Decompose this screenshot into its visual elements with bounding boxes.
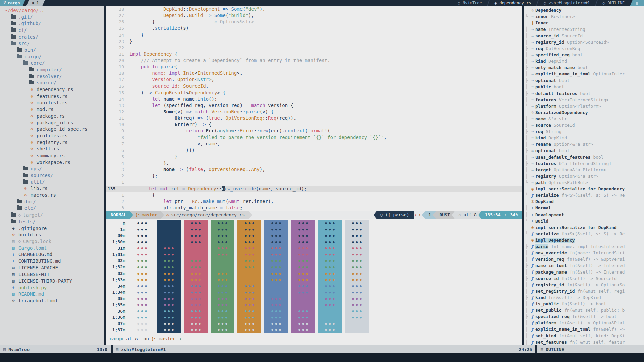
file-tree-item[interactable]: etc/ bbox=[0, 205, 104, 212]
file-tree-item[interactable]: ⚙build.rs bbox=[0, 231, 104, 238]
file-tree-item[interactable]: ⚙summary.rs bbox=[0, 152, 104, 159]
outline-item[interactable]: ├⇒optionalbool bbox=[524, 77, 644, 84]
code-line[interactable]: 24 } bbox=[106, 32, 522, 38]
file-tree-item[interactable]: tests/ bbox=[0, 218, 104, 225]
file-tree-item[interactable]: resolver/ bbox=[0, 73, 104, 80]
file-tree-item[interactable]: ⚙mod.rs bbox=[0, 106, 104, 113]
outline-item[interactable]: ├ƒset_publicfn(&mut self, public: b bbox=[524, 307, 644, 313]
file-tree-panel[interactable]: ~/dev/cargo/.. .git/.github/ci/crates/sr… bbox=[0, 6, 104, 345]
code-line[interactable]: 1 bbox=[106, 179, 522, 185]
file-tree-item[interactable]: util/ bbox=[0, 179, 104, 185]
outline-item[interactable]: ├⇒nameInternedString bbox=[524, 26, 644, 33]
outline-item[interactable]: ├⇒registryOption<&'a str> bbox=[524, 173, 644, 179]
file-tree-item[interactable]: bin/ bbox=[0, 47, 104, 53]
outline-item[interactable]: ├ƒsource_idfn(&self) -> SourceId bbox=[524, 275, 644, 282]
file-tree-item[interactable]: ♦publish.py bbox=[0, 284, 104, 291]
code-line[interactable]: 6 ))) bbox=[106, 147, 522, 154]
outline-item[interactable]: ƐDepKind bbox=[524, 198, 644, 205]
code-line[interactable]: 28 DepKind::Development => Some("dev"), bbox=[106, 6, 522, 12]
tmux-window-tab[interactable]: ■ 1 bbox=[26, 0, 45, 6]
file-tree-item[interactable]: ⚙dependency.rs bbox=[0, 86, 104, 93]
code-editor[interactable]: 28 DepKind::Development => Some("dev"),2… bbox=[106, 6, 522, 211]
file-tree-item[interactable]: ci/ bbox=[0, 27, 104, 34]
file-tree-item[interactable]: ▤○Cargo.lock bbox=[0, 238, 104, 245]
file-tree-item[interactable]: ⚙shell.rs bbox=[0, 145, 104, 152]
outline-item[interactable]: §Inner bbox=[524, 20, 644, 26]
tab-dependency-rs[interactable]: ◉dependency.rs bbox=[489, 0, 537, 6]
file-tree-item[interactable]: source/ bbox=[0, 80, 104, 86]
outline-item[interactable]: ├⇒default_featuresbool bbox=[524, 90, 644, 97]
outline-item[interactable]: ├⇒publicbool bbox=[524, 84, 644, 90]
outline-item[interactable]: ├⇒only_match_namebool bbox=[524, 64, 644, 71]
outline-item[interactable]: ├ƒset_featuresfn( &mut self, featur bbox=[524, 339, 644, 345]
code-line[interactable]: 9 return Err(anyhow::Error::new(err).con… bbox=[106, 128, 522, 134]
code-line[interactable]: 10 Err(err) => { bbox=[106, 121, 522, 128]
file-tree-item[interactable]: ▤LICENSE-THIRD-PARTY bbox=[0, 278, 104, 284]
tmux-session-tab[interactable]: V cargo bbox=[0, 0, 25, 6]
code-line[interactable]: 3 None => (false, OptVersionReq::Any), bbox=[106, 166, 522, 173]
outline-item[interactable]: ├ƒis_publicfn(&self) -> bool bbox=[524, 301, 644, 307]
code-line[interactable]: 17 version: Option<&str>, bbox=[106, 76, 522, 83]
code-line[interactable]: 2 }; bbox=[106, 173, 522, 179]
file-tree-item[interactable]: compiler/ bbox=[0, 66, 104, 73]
outline-item[interactable]: ├⇒targetOption<&'a Platform> bbox=[524, 167, 644, 173]
code-line[interactable]: 27 DepKind::Build => Some("build"), bbox=[106, 12, 522, 19]
file-tree-item[interactable]: crates/ bbox=[0, 34, 104, 40]
code-line[interactable]: 20 /// Attempt to create a `Dependency` … bbox=[106, 57, 522, 64]
outline-item[interactable]: ├⇒specified_reqbool bbox=[524, 52, 644, 58]
outline-item[interactable]: ├ƒnew_overridefn(name: InternedStri bbox=[524, 250, 644, 256]
tab-nvimtree[interactable]: ○NvimTree bbox=[452, 0, 487, 6]
outline-item[interactable]: ├⇒reqString bbox=[524, 128, 644, 135]
file-tree-item[interactable]: ▤LICENSE-MIT bbox=[0, 271, 104, 278]
outline-item[interactable]: └⇒platformOption<Platform> bbox=[524, 103, 644, 109]
outline-item[interactable]: ├⇒source_idSourceId bbox=[524, 33, 644, 39]
outline-item[interactable]: ├ƒversion_reqfn(&self) -> &OptVersi bbox=[524, 256, 644, 262]
outline-item[interactable]: ◉impl ser::Serialize for DepKind bbox=[524, 224, 644, 231]
outline-item[interactable]: └♦Build bbox=[524, 218, 644, 224]
code-line[interactable]: 12 Some(v) => match VersionReq::parse(v)… bbox=[106, 109, 522, 115]
code-line[interactable]: 15 ) -> CargoResult<Dependency> { bbox=[106, 89, 522, 96]
code-line[interactable]: 26 } » Option<&str> bbox=[106, 19, 522, 25]
outline-item[interactable]: ◉impl Dependency bbox=[524, 237, 644, 243]
outline-item[interactable]: ├ƒkindfn(&self) -> DepKind bbox=[524, 294, 644, 301]
outline-item[interactable]: ├ƒplatformfn(&self) -> Option<&Plat bbox=[524, 320, 644, 326]
file-tree-root[interactable]: ~/dev/cargo/.. bbox=[0, 7, 104, 14]
file-tree-item[interactable]: ⚙package.rs bbox=[0, 113, 104, 119]
file-tree-item[interactable]: ◆.gitignore bbox=[0, 225, 104, 232]
command-line[interactable] bbox=[0, 353, 644, 362]
code-line[interactable]: 1 { bbox=[106, 192, 522, 198]
file-tree-item[interactable]: ⚙workspace.rs bbox=[0, 159, 104, 166]
file-tree-item[interactable]: ↓CHANGELOG.md bbox=[0, 251, 104, 258]
code-line[interactable]: 5 } bbox=[106, 154, 522, 160]
outline-item[interactable]: ├⇒featuresVec<InternedString> bbox=[524, 97, 644, 103]
file-tree-item[interactable]: ▤README.md bbox=[0, 291, 104, 298]
code-line[interactable]: 23} bbox=[106, 38, 522, 45]
file-tree-item[interactable]: .git/ bbox=[0, 14, 104, 20]
file-tree-item[interactable]: core/ bbox=[0, 60, 104, 67]
code-line[interactable]: 19 pub fn parse( bbox=[106, 64, 522, 70]
outline-item[interactable]: ├ƒset_registry_idfn(&mut self, regi bbox=[524, 288, 644, 294]
code-line[interactable]: 11 Ok(req) => (true, OptVersionReq::Req(… bbox=[106, 115, 522, 121]
outline-item[interactable]: ├⇒renameOption<&'a str> bbox=[524, 141, 644, 147]
outline-item[interactable]: ├ƒspecified_reqfn(&self) -> bool bbox=[524, 313, 644, 320]
file-tree-item[interactable]: ○target/ bbox=[0, 212, 104, 218]
code-line[interactable]: 22 bbox=[106, 45, 522, 51]
outline-item[interactable]: └⇒innerRc<Inner> bbox=[524, 13, 644, 20]
outline-item[interactable]: ├ƒparsefn( name: impl Into<Interned bbox=[524, 243, 644, 250]
code-line[interactable]: 3 ptr.only_match_name = false; bbox=[106, 205, 522, 211]
file-tree-item[interactable]: ⚙package_id_spec.rs bbox=[0, 126, 104, 132]
outline-item[interactable]: ├⇒registry_idOption<SourceId> bbox=[524, 39, 644, 45]
outline-item[interactable]: ├⇒uses_default_featuresbool bbox=[524, 154, 644, 160]
file-tree-item[interactable]: ↓CONTRIBUTING.md bbox=[0, 258, 104, 264]
outline-item[interactable]: ├ƒexplicit_name_in_tomlfn(&self) -> bbox=[524, 326, 644, 333]
outline-item[interactable]: ├⇒sourceSourceId bbox=[524, 122, 644, 128]
file-tree-item[interactable]: ▤LICENSE-APACHE bbox=[0, 264, 104, 271]
code-line[interactable]: 16 source_id: SourceId, bbox=[106, 83, 522, 89]
outline-panel[interactable]: §Dependency└⇒innerRc<Inner>§Inner├⇒nameI… bbox=[524, 6, 644, 345]
outline-item[interactable]: ├ƒname_in_tomlfn(&self) -> Interned bbox=[524, 262, 644, 269]
file-tree-item[interactable]: src/ bbox=[0, 40, 104, 47]
file-tree-item[interactable]: cargo/ bbox=[0, 53, 104, 60]
outline-item[interactable]: ├⇒features&'a [InternedString] bbox=[524, 160, 644, 167]
file-tree-item[interactable]: ⚙profiles.rs bbox=[0, 132, 104, 139]
code-line[interactable]: 13 let (specified_req, version_req) = ma… bbox=[106, 102, 522, 109]
